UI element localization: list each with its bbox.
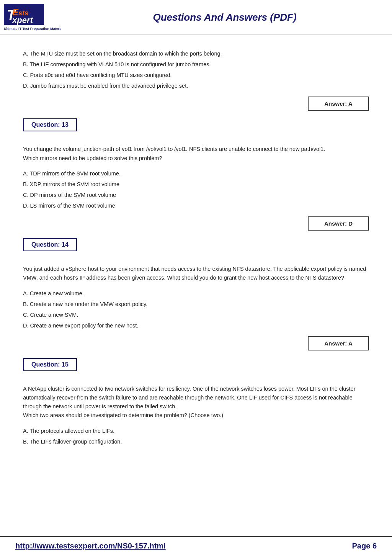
question-14-options: A. Create a new volume. B. Create a new … [23, 288, 369, 331]
question-14-section: Question: 14 You just added a vSphere ho… [23, 238, 369, 350]
q15-option-a: A. The protocols allowed on the LIFs. [23, 426, 369, 436]
q13-option-a: A. TDP mirrors of the SVM root volume. [23, 169, 369, 178]
q13-answer-box: Answer: D [23, 216, 369, 231]
question-13-body: You change the volume junction-path of v… [23, 145, 369, 162]
intro-option-c: C. Ports e0c and e0d have conflicting MT… [23, 70, 369, 80]
question-13-section: Question: 13 You change the volume junct… [23, 118, 369, 231]
q13-option-d: D. LS mirrors of the SVM root volume [23, 201, 369, 211]
q14-option-a: A. Create a new volume. [23, 288, 369, 298]
q14-option-b: B. Create a new rule under the VMW expor… [23, 299, 369, 309]
header-title: Questions And Answers (PDF) [65, 11, 384, 23]
logo-area: T E sts xpert Ultimate IT Test Preparati… [4, 4, 65, 31]
footer-url[interactable]: http://www.testsexpert.com/NS0-157.html [15, 542, 166, 550]
question-15-section: Question: 15 A NetApp cluster is connect… [23, 358, 369, 447]
q13-option-b: B. XDP mirrors of the SVM root volume [23, 179, 369, 189]
q14-answer-box: Answer: A [23, 336, 369, 350]
intro-option-b: B. The LIF corresponding with VLAN 510 i… [23, 59, 369, 69]
content: A. The MTU size must be set on the broad… [0, 35, 392, 483]
q15-option-b: B. The LIFs failover-group configuration… [23, 437, 369, 447]
intro-answer: Answer: A [308, 97, 369, 111]
header: T E sts xpert Ultimate IT Test Preparati… [0, 0, 392, 35]
svg-text:xpert: xpert [12, 15, 33, 25]
q13-answer: Answer: D [308, 216, 369, 231]
q13-option-c: C. DP mirrors of the SVM root volume [23, 190, 369, 200]
q14-option-d: D. Create a new export policy for the ne… [23, 321, 369, 331]
question-14-label: Question: 14 [23, 238, 77, 251]
intro-answer-box: Answer: A [23, 97, 369, 111]
svg-text:Ultimate IT Test Preparation M: Ultimate IT Test Preparation Material [4, 27, 61, 31]
question-14-body: You just added a vSphere host to your en… [23, 265, 369, 282]
intro-option-d: D. Jumbo frames must be enabled from the… [23, 81, 369, 91]
logo-box: T E sts xpert Ultimate IT Test Preparati… [4, 4, 61, 31]
footer: http://www.testsexpert.com/NS0-157.html … [0, 536, 392, 555]
question-13-label: Question: 13 [23, 118, 77, 131]
q14-option-c: C. Create a new SVM. [23, 310, 369, 320]
question-15-body: A NetApp cluster is connected to two net… [23, 385, 369, 420]
page-wrapper: T E sts xpert Ultimate IT Test Preparati… [0, 0, 392, 555]
question-13-options: A. TDP mirrors of the SVM root volume. B… [23, 169, 369, 211]
question-15-options: A. The protocols allowed on the LIFs. B.… [23, 426, 369, 447]
q14-answer: Answer: A [308, 336, 369, 350]
intro-options: A. The MTU size must be set on the broad… [23, 49, 369, 91]
footer-page: Page 6 [352, 542, 377, 550]
intro-option-a: A. The MTU size must be set on the broad… [23, 49, 369, 59]
logo-svg: T E sts xpert Ultimate IT Test Preparati… [4, 4, 61, 31]
question-15-label: Question: 15 [23, 358, 77, 371]
